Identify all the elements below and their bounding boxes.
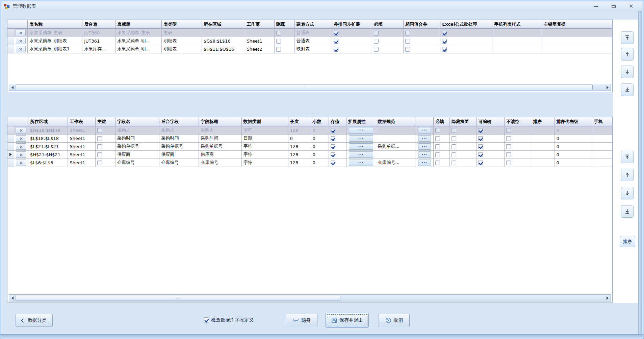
cell-checkbox[interactable] <box>452 128 456 133</box>
cell-checkbox[interactable] <box>374 47 379 52</box>
ellipsis-button[interactable]: ··· <box>418 151 431 158</box>
column-header[interactable]: 隐藏 <box>274 20 294 29</box>
column-header[interactable]: 主键重复提 <box>542 20 612 29</box>
cell-checkbox[interactable] <box>334 39 338 44</box>
column-header[interactable]: 后台表 <box>82 20 115 29</box>
cell-checkbox[interactable] <box>374 31 379 35</box>
column-header[interactable]: 字段名 <box>115 117 159 126</box>
cell-checkbox[interactable] <box>442 47 447 52</box>
column-header[interactable]: 主键 <box>95 117 115 126</box>
cell-checkbox[interactable] <box>435 161 440 165</box>
field-move-down-button[interactable] <box>621 187 634 199</box>
column-header[interactable]: 手机 <box>592 117 612 126</box>
column-header[interactable]: 隐藏摘要 <box>449 117 476 126</box>
table-row[interactable]: ×水果采购单_明细表JUT361水果采购单_明...明细表$G$8:$L$16S… <box>7 37 612 45</box>
column-header[interactable]: 手机列表样式 <box>492 20 542 29</box>
cell-checkbox[interactable] <box>478 152 483 157</box>
column-header[interactable]: 所在区域 <box>28 117 68 126</box>
column-header[interactable]: 后台字段 <box>159 117 199 126</box>
table-move-up-button[interactable] <box>621 48 634 60</box>
column-header[interactable]: 可编辑 <box>476 117 505 126</box>
column-header[interactable]: 必填 <box>372 20 404 29</box>
ellipsis-button[interactable]: ··· <box>418 135 431 142</box>
column-header[interactable]: 并排同步扩展 <box>332 20 372 29</box>
ellipsis-button[interactable]: ··· <box>418 127 431 134</box>
table-row[interactable]: ×水果采购单_主表JUT360水果采购单_主表主表普通表 <box>7 29 612 37</box>
check-db-field-checkbox[interactable] <box>204 317 209 323</box>
delete-row-button[interactable]: × <box>16 160 26 166</box>
cell-checkbox[interactable] <box>506 161 511 165</box>
cancel-button[interactable]: 取消 <box>379 314 410 327</box>
cell-checkbox[interactable] <box>506 152 511 157</box>
cell-checkbox[interactable] <box>405 39 410 44</box>
delete-row-button[interactable]: × <box>16 38 26 44</box>
column-header[interactable]: 所在区域 <box>202 20 245 29</box>
cell-checkbox[interactable] <box>506 136 511 141</box>
cell-checkbox[interactable] <box>331 136 335 141</box>
cell-checkbox[interactable] <box>435 152 440 157</box>
cell-checkbox[interactable] <box>97 144 102 149</box>
cell-checkbox[interactable] <box>276 31 281 35</box>
delete-row-button[interactable]: × <box>16 135 26 142</box>
column-header[interactable]: 排序优先级 <box>555 117 592 126</box>
close-button[interactable]: ✕ <box>627 3 635 9</box>
cell-checkbox[interactable] <box>478 128 483 133</box>
cell-checkbox[interactable] <box>334 47 338 52</box>
table-move-bottom-button[interactable] <box>621 83 634 96</box>
delete-row-button[interactable]: × <box>16 46 26 52</box>
window-vscrollbar[interactable] <box>638 11 642 335</box>
ellipsis-button[interactable]: ··· <box>418 160 431 166</box>
cell-checkbox[interactable] <box>452 136 456 141</box>
column-header[interactable]: 表标题 <box>115 20 162 29</box>
ellipsis-button[interactable]: ··· <box>349 160 373 166</box>
save-and-exit-button[interactable]: 保存并退出 <box>326 313 369 328</box>
cell-checkbox[interactable] <box>452 152 456 157</box>
column-header[interactable]: 表类型 <box>162 20 202 29</box>
table-row[interactable]: ×$H$18:$H$18Sheet1采购人采购人采购人字符1280······0 <box>7 126 612 134</box>
cell-checkbox[interactable] <box>405 31 410 35</box>
cell-checkbox[interactable] <box>97 136 102 141</box>
maximize-button[interactable] <box>610 3 617 9</box>
scroll-right-icon[interactable] <box>604 84 611 91</box>
cell-checkbox[interactable] <box>435 136 440 141</box>
data-category-back-button[interactable]: 数据分类 <box>16 314 53 327</box>
cell-checkbox[interactable] <box>331 161 335 165</box>
table-row[interactable]: ×$L$6:$L$6Sheet1仓库编号仓库编号仓库编号字符1280···仓库编… <box>7 159 612 167</box>
column-header[interactable]: 工作表 <box>68 117 95 126</box>
column-header[interactable]: 工作薄 <box>245 20 274 29</box>
ellipsis-button[interactable]: ··· <box>418 143 431 150</box>
cell-checkbox[interactable] <box>97 152 102 157</box>
delete-row-button[interactable]: × <box>16 143 26 150</box>
cell-checkbox[interactable] <box>331 152 335 157</box>
minimize-button[interactable] <box>592 3 600 9</box>
ellipsis-button[interactable]: ··· <box>349 151 373 158</box>
ellipsis-button[interactable]: ··· <box>349 127 373 134</box>
column-header[interactable]: 必填 <box>434 117 450 126</box>
stealth-button[interactable]: 隐身 <box>286 314 317 327</box>
cell-checkbox[interactable] <box>334 31 338 35</box>
cell-checkbox[interactable] <box>506 128 511 133</box>
field-move-bottom-button[interactable] <box>621 205 634 218</box>
field-move-up-button[interactable] <box>621 169 634 181</box>
table-move-top-button[interactable] <box>621 31 634 44</box>
cell-checkbox[interactable] <box>435 128 440 133</box>
column-header[interactable]: 表名称 <box>28 20 82 29</box>
sort-button[interactable]: 排序 <box>620 236 635 247</box>
cell-checkbox[interactable] <box>374 39 379 44</box>
scroll-left-icon[interactable] <box>9 84 16 91</box>
scroll-left-icon[interactable] <box>9 295 16 301</box>
column-header[interactable] <box>415 117 434 126</box>
cell-checkbox[interactable] <box>405 47 410 52</box>
cell-checkbox[interactable] <box>452 161 456 165</box>
column-header[interactable]: 字段标题 <box>199 117 242 126</box>
column-header[interactable]: Excel公式批处理 <box>440 20 492 29</box>
cell-checkbox[interactable] <box>442 39 447 44</box>
cell-checkbox[interactable] <box>452 144 456 149</box>
cell-checkbox[interactable] <box>478 161 483 165</box>
delete-row-button[interactable]: × <box>16 30 26 36</box>
cell-checkbox[interactable] <box>97 161 102 165</box>
column-header[interactable]: 不清空 <box>505 117 531 126</box>
ellipsis-button[interactable]: ··· <box>349 135 373 142</box>
cell-checkbox[interactable] <box>97 128 102 133</box>
field-move-top-button[interactable] <box>621 151 634 163</box>
